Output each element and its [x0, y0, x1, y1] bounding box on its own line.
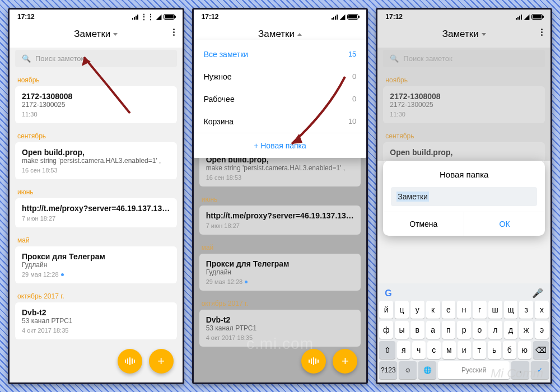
key-л[interactable]: л — [488, 321, 502, 339]
mic-icon[interactable]: 🎤 — [532, 288, 543, 298]
overlay-scrim[interactable] — [377, 10, 550, 161]
search-input[interactable]: 🔍 Поиск заметок — [15, 50, 177, 67]
new-folder-dialog: Новая папка Заметки Отмена ОК — [383, 161, 545, 236]
chevron-down-icon — [113, 33, 118, 36]
note-meta: 7 июн 18:27 — [22, 215, 170, 222]
key-г[interactable]: г — [473, 301, 487, 319]
key-ы[interactable]: ы — [395, 321, 409, 339]
note-meta: 11:30 — [22, 111, 170, 118]
key-з[interactable]: з — [519, 301, 533, 319]
folder-count: 0 — [352, 72, 356, 81]
key-ж[interactable]: ж — [519, 321, 533, 339]
voice-note-button[interactable] — [118, 349, 142, 374]
folder-item-all[interactable]: Все заметки 15 — [194, 43, 367, 66]
note-item[interactable]: Прокси для Телеграм Гудлайн 29 мая 12:28 — [15, 246, 177, 283]
note-meta: 29 мая 12:28 — [22, 271, 170, 278]
key-ц[interactable]: ц — [395, 301, 409, 319]
spacebar-key[interactable]: Русский — [438, 361, 510, 379]
key-и[interactable]: и — [458, 341, 471, 359]
background-list: Open build.prop, make string 'persist.ca… — [199, 150, 361, 351]
folder-item-trash[interactable]: Корзина 10 — [194, 110, 367, 133]
new-folder-button[interactable]: + Новая папка — [194, 133, 367, 158]
period-key[interactable]: . — [511, 361, 529, 379]
key-д[interactable]: д — [504, 321, 518, 339]
note-item[interactable]: Open build.prop, make string 'persist.ca… — [15, 142, 177, 179]
key-ю[interactable]: ю — [518, 341, 531, 359]
wifi-icon: ◢ — [340, 13, 345, 21]
note-meta: 16 сен 18:53 — [22, 167, 170, 174]
header-title-dropdown[interactable]: Заметки — [74, 29, 118, 40]
key-н[interactable]: н — [457, 301, 471, 319]
cancel-button[interactable]: Отмена — [383, 212, 464, 236]
plus-icon: + — [157, 354, 165, 368]
plus-icon: + — [342, 354, 349, 368]
key-п[interactable]: п — [442, 321, 456, 339]
key-е[interactable]: е — [442, 301, 456, 319]
key-щ[interactable]: щ — [504, 301, 518, 319]
key-й[interactable]: й — [379, 301, 393, 319]
more-menu-button[interactable] — [173, 29, 175, 36]
google-icon[interactable]: G — [385, 288, 391, 298]
key-к[interactable]: к — [426, 301, 440, 319]
screen-notes-list: 17:12 ⋮⋮ ◢ Заметки 🔍 Поиск заметок ноябр… — [8, 8, 184, 384]
input-value: Заметки — [396, 192, 429, 202]
status-icons: ◢ — [332, 13, 358, 21]
key-с[interactable]: с — [427, 341, 441, 359]
section-header: октябрь 2017 г. — [15, 288, 177, 302]
note-title: http://t.me/proxy?server=46.19.137.133u&… — [22, 204, 170, 213]
folder-item[interactable]: Рабочее 0 — [194, 88, 367, 110]
ok-button[interactable]: ОК — [464, 212, 545, 236]
signal-icon — [132, 15, 138, 20]
folder-count: 0 — [352, 95, 356, 104]
key-ш[interactable]: ш — [488, 301, 502, 319]
key-э[interactable]: э — [535, 321, 549, 339]
folder-dropdown-panel: Все заметки 15 Нужное 0 Рабочее 0 Корзин… — [194, 40, 367, 158]
note-subtitle: make string 'persist.camera.HAL3.enabled… — [22, 157, 170, 165]
fab-container: + — [301, 349, 357, 374]
key-м[interactable]: м — [442, 341, 456, 359]
keyboard-row: ⇧ ячсмитьбю ⌫ — [379, 341, 549, 359]
note-item: Прокси для Телеграм Гудлайн 29 мая 12:28 — [199, 254, 361, 291]
keyboard-toolbar: G 🎤 — [379, 286, 549, 301]
folder-name: Рабочее — [204, 95, 235, 104]
key-а[interactable]: а — [426, 321, 440, 339]
key-х[interactable]: х — [535, 301, 549, 319]
screen-new-folder-dialog: 17:12 ◢ Заметки 🔍 Поиск заметок ноябрь 2… — [376, 8, 552, 384]
backspace-key[interactable]: ⌫ — [533, 341, 549, 359]
numeric-key[interactable]: ?123 — [379, 361, 397, 379]
key-у[interactable]: у — [410, 301, 424, 319]
search-placeholder: Поиск заметок — [35, 54, 84, 63]
globe-key[interactable]: 🌐 — [418, 361, 436, 379]
folder-item[interactable]: Нужное 0 — [194, 66, 367, 88]
note-item[interactable]: 2172-1308008 2172-1300025 11:30 — [15, 86, 177, 123]
key-ф[interactable]: ф — [379, 321, 393, 339]
voice-note-button[interactable] — [301, 349, 326, 374]
keyboard-bottom-row: ?123 ☺ 🌐 Русский . ✓ — [379, 361, 549, 379]
unread-dot-icon — [61, 273, 64, 276]
signal-icon — [332, 15, 338, 20]
shift-key[interactable]: ⇧ — [379, 341, 395, 359]
keyboard-row: фывапролджэ — [379, 321, 549, 339]
folder-name-input[interactable]: Заметки — [391, 187, 537, 206]
header-title-dropdown[interactable]: Заметки — [258, 29, 302, 40]
status-bar: 17:12 ◢ — [194, 10, 367, 22]
key-о[interactable]: о — [473, 321, 487, 339]
key-ч[interactable]: ч — [412, 341, 426, 359]
new-note-button[interactable]: + — [149, 349, 174, 374]
new-note-button[interactable]: + — [333, 349, 357, 374]
key-ь[interactable]: ь — [488, 341, 501, 359]
key-т[interactable]: т — [473, 341, 486, 359]
folder-name: Все заметки — [204, 50, 249, 59]
enter-key[interactable]: ✓ — [531, 361, 549, 379]
keyboard-row: йцукенгшщзх — [379, 301, 549, 319]
dialog-actions: Отмена ОК — [383, 212, 545, 236]
note-title: 2172-1308008 — [22, 92, 170, 101]
key-р[interactable]: р — [457, 321, 471, 339]
folder-count: 10 — [348, 117, 356, 126]
key-в[interactable]: в — [410, 321, 424, 339]
key-б[interactable]: б — [503, 341, 516, 359]
note-item[interactable]: Dvb-t2 53 канал РТРС1 4 окт 2017 18:35 — [15, 302, 177, 339]
emoji-key[interactable]: ☺ — [399, 361, 417, 379]
note-item[interactable]: http://t.me/proxy?server=46.19.137.133u&… — [15, 198, 177, 227]
key-я[interactable]: я — [397, 341, 410, 359]
